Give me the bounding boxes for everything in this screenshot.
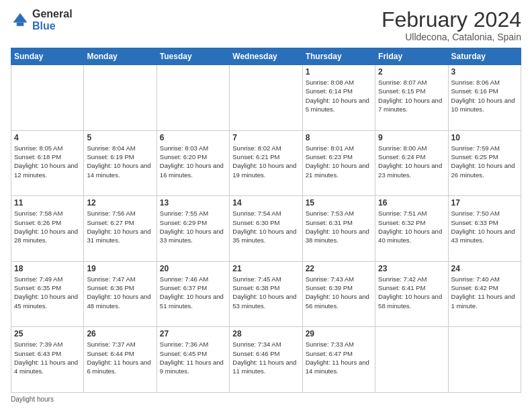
day-info: Sunrise: 8:07 AM Sunset: 6:15 PM Dayligh… — [378, 78, 445, 113]
footer-daylight: Daylight hours — [11, 396, 521, 403]
col-saturday: Saturday — [448, 48, 521, 65]
cell-w3-d3: 14Sunrise: 7:54 AM Sunset: 6:30 PM Dayli… — [230, 196, 302, 262]
header: General Blue February 2024 Ulldecona, Ca… — [11, 8, 521, 42]
logo-text: General Blue — [32, 8, 73, 32]
cell-w1-d5: 2Sunrise: 8:07 AM Sunset: 6:15 PM Daylig… — [375, 65, 448, 131]
cell-w4-d6: 24Sunrise: 7:40 AM Sunset: 6:42 PM Dayli… — [448, 261, 521, 327]
day-info: Sunrise: 8:02 AM Sunset: 6:21 PM Dayligh… — [232, 144, 299, 179]
day-info: Sunrise: 7:55 AM Sunset: 6:29 PM Dayligh… — [160, 209, 226, 244]
cell-w5-d1: 26Sunrise: 7:37 AM Sunset: 6:44 PM Dayli… — [84, 327, 157, 393]
day-info: Sunrise: 8:04 AM Sunset: 6:19 PM Dayligh… — [87, 144, 153, 179]
week-row-3: 11Sunrise: 7:58 AM Sunset: 6:26 PM Dayli… — [11, 196, 521, 262]
day-info: Sunrise: 8:00 AM Sunset: 6:24 PM Dayligh… — [378, 144, 445, 179]
day-info: Sunrise: 8:06 AM Sunset: 6:16 PM Dayligh… — [451, 78, 518, 113]
day-number: 29 — [306, 329, 372, 338]
day-number: 9 — [378, 133, 445, 142]
logo: General Blue — [11, 8, 73, 32]
day-number: 19 — [87, 264, 153, 273]
cell-w1-d2 — [157, 65, 229, 131]
cell-w2-d5: 9Sunrise: 8:00 AM Sunset: 6:24 PM Daylig… — [375, 130, 448, 196]
day-number: 1 — [306, 67, 372, 77]
cell-w2-d0: 4Sunrise: 8:05 AM Sunset: 6:18 PM Daylig… — [11, 130, 84, 196]
cell-w4-d5: 23Sunrise: 7:42 AM Sunset: 6:41 PM Dayli… — [375, 261, 448, 327]
col-wednesday: Wednesday — [230, 48, 302, 65]
logo-icon — [11, 11, 30, 30]
day-info: Sunrise: 7:34 AM Sunset: 6:46 PM Dayligh… — [232, 340, 299, 375]
cell-w3-d0: 11Sunrise: 7:58 AM Sunset: 6:26 PM Dayli… — [11, 196, 84, 262]
day-number: 20 — [160, 264, 226, 273]
day-number: 5 — [87, 133, 153, 142]
cell-w5-d5 — [375, 327, 448, 393]
cell-w2-d1: 5Sunrise: 8:04 AM Sunset: 6:19 PM Daylig… — [84, 130, 157, 196]
day-info: Sunrise: 7:40 AM Sunset: 6:42 PM Dayligh… — [451, 275, 518, 310]
day-number: 27 — [160, 329, 226, 338]
day-number: 7 — [232, 133, 299, 142]
calendar-table: Sunday Monday Tuesday Wednesday Thursday… — [11, 48, 521, 393]
day-number: 28 — [232, 329, 299, 338]
day-info: Sunrise: 7:33 AM Sunset: 6:47 PM Dayligh… — [306, 340, 372, 375]
cell-w3-d4: 15Sunrise: 7:53 AM Sunset: 6:31 PM Dayli… — [302, 196, 375, 262]
week-row-5: 25Sunrise: 7:39 AM Sunset: 6:43 PM Dayli… — [11, 327, 521, 393]
day-info: Sunrise: 7:49 AM Sunset: 6:35 PM Dayligh… — [14, 275, 81, 310]
week-row-2: 4Sunrise: 8:05 AM Sunset: 6:18 PM Daylig… — [11, 130, 521, 196]
day-number: 24 — [451, 264, 518, 273]
cell-w4-d4: 22Sunrise: 7:43 AM Sunset: 6:39 PM Dayli… — [302, 261, 375, 327]
logo-general-text: General — [32, 8, 73, 20]
day-info: Sunrise: 7:59 AM Sunset: 6:25 PM Dayligh… — [451, 144, 518, 179]
col-thursday: Thursday — [302, 48, 375, 65]
day-number: 11 — [14, 198, 81, 208]
day-info: Sunrise: 7:43 AM Sunset: 6:39 PM Dayligh… — [306, 275, 372, 310]
day-number: 2 — [378, 67, 445, 77]
day-number: 26 — [87, 329, 153, 338]
day-number: 12 — [87, 198, 153, 208]
cell-w3-d1: 12Sunrise: 7:56 AM Sunset: 6:27 PM Dayli… — [84, 196, 157, 262]
day-number: 4 — [14, 133, 81, 142]
cell-w3-d2: 13Sunrise: 7:55 AM Sunset: 6:29 PM Dayli… — [157, 196, 229, 262]
day-info: Sunrise: 7:50 AM Sunset: 6:33 PM Dayligh… — [451, 209, 518, 244]
day-info: Sunrise: 7:53 AM Sunset: 6:31 PM Dayligh… — [306, 209, 372, 244]
day-info: Sunrise: 8:01 AM Sunset: 6:23 PM Dayligh… — [306, 144, 372, 179]
col-tuesday: Tuesday — [157, 48, 229, 65]
cell-w1-d4: 1Sunrise: 8:08 AM Sunset: 6:14 PM Daylig… — [302, 65, 375, 131]
day-number: 15 — [306, 198, 372, 208]
day-number: 14 — [232, 198, 299, 208]
day-info: Sunrise: 7:58 AM Sunset: 6:26 PM Dayligh… — [14, 209, 81, 244]
day-info: Sunrise: 7:37 AM Sunset: 6:44 PM Dayligh… — [87, 340, 153, 375]
cell-w5-d4: 29Sunrise: 7:33 AM Sunset: 6:47 PM Dayli… — [302, 327, 375, 393]
cell-w4-d3: 21Sunrise: 7:45 AM Sunset: 6:38 PM Dayli… — [230, 261, 302, 327]
day-info: Sunrise: 8:08 AM Sunset: 6:14 PM Dayligh… — [306, 78, 372, 113]
cell-w1-d3 — [230, 65, 302, 131]
col-sunday: Sunday — [11, 48, 84, 65]
cell-w5-d0: 25Sunrise: 7:39 AM Sunset: 6:43 PM Dayli… — [11, 327, 84, 393]
svg-marker-0 — [13, 13, 28, 22]
page: General Blue February 2024 Ulldecona, Ca… — [0, 0, 532, 411]
day-info: Sunrise: 7:36 AM Sunset: 6:45 PM Dayligh… — [160, 340, 226, 375]
day-number: 8 — [306, 133, 372, 142]
cell-w3-d6: 17Sunrise: 7:50 AM Sunset: 6:33 PM Dayli… — [448, 196, 521, 262]
cell-w4-d1: 19Sunrise: 7:47 AM Sunset: 6:36 PM Dayli… — [84, 261, 157, 327]
cell-w5-d2: 27Sunrise: 7:36 AM Sunset: 6:45 PM Dayli… — [157, 327, 229, 393]
day-info: Sunrise: 7:56 AM Sunset: 6:27 PM Dayligh… — [87, 209, 153, 244]
calendar-header-row: Sunday Monday Tuesday Wednesday Thursday… — [11, 48, 521, 65]
cell-w2-d6: 10Sunrise: 7:59 AM Sunset: 6:25 PM Dayli… — [448, 130, 521, 196]
day-info: Sunrise: 7:51 AM Sunset: 6:32 PM Dayligh… — [378, 209, 445, 244]
day-info: Sunrise: 7:39 AM Sunset: 6:43 PM Dayligh… — [14, 340, 81, 375]
cell-w3-d5: 16Sunrise: 7:51 AM Sunset: 6:32 PM Dayli… — [375, 196, 448, 262]
cell-w2-d4: 8Sunrise: 8:01 AM Sunset: 6:23 PM Daylig… — [302, 130, 375, 196]
cell-w1-d6: 3Sunrise: 8:06 AM Sunset: 6:16 PM Daylig… — [448, 65, 521, 131]
subtitle: Ulldecona, Catalonia, Spain — [382, 32, 521, 42]
cell-w4-d0: 18Sunrise: 7:49 AM Sunset: 6:35 PM Dayli… — [11, 261, 84, 327]
cell-w2-d3: 7Sunrise: 8:02 AM Sunset: 6:21 PM Daylig… — [230, 130, 302, 196]
day-number: 10 — [451, 133, 518, 142]
day-number: 25 — [14, 329, 81, 338]
day-number: 17 — [451, 198, 518, 208]
cell-w5-d3: 28Sunrise: 7:34 AM Sunset: 6:46 PM Dayli… — [230, 327, 302, 393]
day-number: 21 — [232, 264, 299, 273]
col-monday: Monday — [84, 48, 157, 65]
col-friday: Friday — [375, 48, 448, 65]
cell-w5-d6 — [448, 327, 521, 393]
day-info: Sunrise: 8:05 AM Sunset: 6:18 PM Dayligh… — [14, 144, 81, 179]
day-info: Sunrise: 7:45 AM Sunset: 6:38 PM Dayligh… — [232, 275, 299, 310]
svg-rect-1 — [17, 22, 24, 26]
week-row-4: 18Sunrise: 7:49 AM Sunset: 6:35 PM Dayli… — [11, 261, 521, 327]
